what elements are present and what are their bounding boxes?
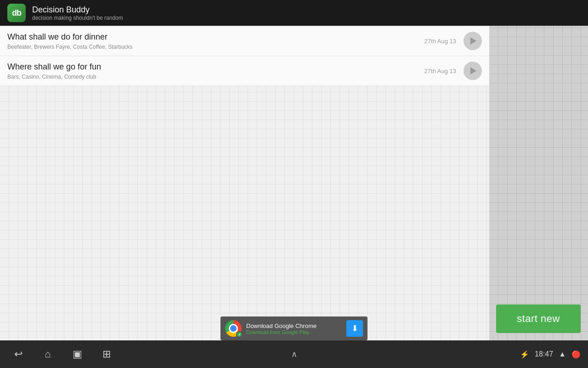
grid-icon[interactable]: ⊞ — [99, 347, 114, 362]
nav-center: ∧ — [291, 349, 297, 359]
chrome-logo: ✓ — [225, 320, 242, 337]
decision-items-0: Beefeater, Brewers Fayre, Costa Coffee, … — [7, 44, 424, 50]
home-icon[interactable]: ⌂ — [40, 347, 55, 362]
app-bar: db Decision Buddy decision making should… — [0, 0, 588, 26]
ad-subtitle: Download from Google Play — [246, 329, 342, 335]
play-button-1[interactable] — [464, 62, 482, 80]
usb-icon: ⚡ — [520, 350, 529, 359]
decision-items-1: Bars, Casino, Cinema, Comedy club — [7, 74, 424, 80]
decision-info-0: What shall we do for dinner Beefeater, B… — [7, 32, 424, 50]
ad-download-button[interactable]: ⬇ — [346, 320, 363, 337]
decision-title-1: Where shall we go for fun — [7, 62, 424, 72]
decision-title-0: What shall we do for dinner — [7, 32, 424, 42]
play-icon-1 — [470, 67, 476, 75]
app-title-block: Decision Buddy decision making shouldn't… — [32, 5, 123, 21]
ad-title: Download Google Chrome — [246, 322, 342, 329]
start-new-button[interactable]: start new — [496, 305, 581, 333]
app-title: Decision Buddy — [32, 5, 123, 15]
battery-icon: 🔴 — [571, 350, 581, 359]
download-arrow-icon: ⬇ — [351, 323, 358, 334]
decision-date-1: 27th Aug 13 — [424, 68, 456, 75]
app-icon: db — [7, 4, 26, 22]
app-subtitle: decision making shouldn't be random — [32, 15, 123, 21]
nav-icons-left: ↩ ⌂ ▣ ⊞ — [0, 347, 296, 362]
bottom-bar: ↩ ⌂ ▣ ⊞ ∧ ⚡ 18:47 ▲ 🔴 — [0, 340, 588, 368]
play-button-0[interactable] — [464, 32, 482, 50]
main-area: What shall we do for dinner Beefeater, B… — [0, 26, 588, 340]
decision-date-0: 27th Aug 13 — [424, 38, 456, 45]
decision-info-1: Where shall we go for fun Bars, Casino, … — [7, 62, 424, 80]
decision-meta-1: 27th Aug 13 — [424, 62, 482, 80]
wifi-icon: ▲ — [559, 350, 566, 358]
decision-item-1[interactable]: Where shall we go for fun Bars, Casino, … — [0, 56, 489, 86]
ad-text: Download Google Chrome Download from Goo… — [246, 322, 342, 335]
right-sidebar: start new — [489, 26, 588, 340]
back-icon[interactable]: ↩ — [11, 347, 26, 362]
chrome-badge: ✓ — [236, 331, 243, 338]
recents-icon[interactable]: ▣ — [70, 347, 85, 362]
decision-item-0[interactable]: What shall we do for dinner Beefeater, B… — [0, 26, 489, 56]
nav-icons-right: ⚡ 18:47 ▲ 🔴 — [296, 350, 588, 359]
decision-meta-0: 27th Aug 13 — [424, 32, 482, 50]
play-icon-0 — [470, 37, 476, 45]
list-panel: What shall we do for dinner Beefeater, B… — [0, 26, 489, 340]
up-arrow-icon: ∧ — [291, 350, 297, 359]
ad-bar[interactable]: ✓ Download Google Chrome Download from G… — [220, 316, 368, 340]
status-time: 18:47 — [535, 350, 553, 358]
